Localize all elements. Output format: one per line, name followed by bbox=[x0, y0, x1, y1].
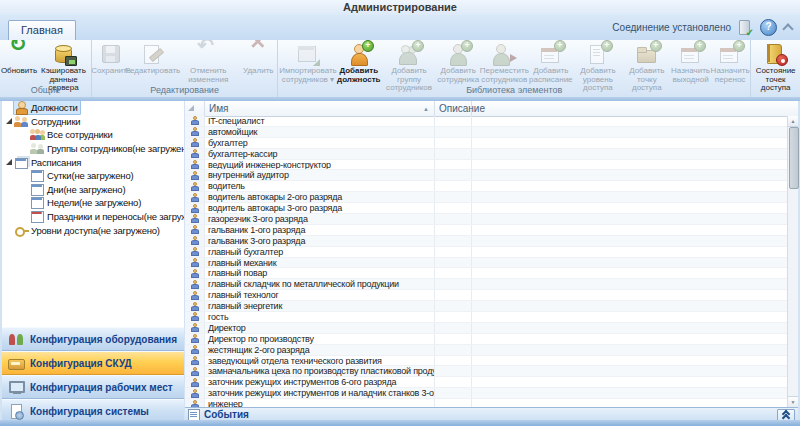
tree-item[interactable]: Праздники и переносы(не загружено) bbox=[2, 210, 184, 224]
assign-transfer-button[interactable]: Назначить перенос bbox=[711, 40, 749, 85]
save-button[interactable]: Сохранить bbox=[93, 40, 129, 85]
cell-name: гость bbox=[205, 312, 435, 322]
table-row[interactable]: газорезчик 3-ого разряда bbox=[185, 214, 787, 225]
scroll-up-icon[interactable]: ▲ bbox=[788, 116, 798, 127]
expander-icon[interactable] bbox=[21, 199, 29, 207]
add-position-button[interactable]: Добавить должность bbox=[337, 40, 381, 85]
refresh-button[interactable]: Обновить bbox=[1, 40, 37, 85]
tree-item[interactable]: Уровни доступа(не загружено) bbox=[2, 223, 184, 237]
tree-item[interactable]: Недели(не загружено) bbox=[2, 196, 184, 210]
table-row[interactable]: IT-специалист bbox=[185, 116, 787, 127]
table-row[interactable]: Директор по производству bbox=[185, 334, 787, 345]
table-row[interactable]: главный технолог bbox=[185, 290, 787, 301]
position-row-icon bbox=[191, 291, 199, 300]
table-row[interactable]: главный повар bbox=[185, 268, 787, 279]
table-row[interactable]: автомойщик bbox=[185, 127, 787, 138]
table-row[interactable]: водитель bbox=[185, 181, 787, 192]
table-row[interactable]: замначальника цеха по производству пласт… bbox=[185, 366, 787, 377]
table-row[interactable]: водитель автокары 3-ого разряда bbox=[185, 203, 787, 214]
table-row[interactable]: Директор bbox=[185, 323, 787, 334]
expander-icon[interactable] bbox=[5, 158, 13, 166]
nav-skud-config[interactable]: Конфигурация СКУД bbox=[2, 351, 184, 375]
access-points-state-button[interactable]: Состояние точек доступа bbox=[752, 40, 799, 85]
tree-item[interactable]: Сотрудники bbox=[2, 115, 184, 129]
tree-item[interactable]: Все сотрудники bbox=[2, 128, 184, 142]
table-row[interactable]: гальваник 3-ого разряда bbox=[185, 236, 787, 247]
position-row-icon bbox=[191, 182, 199, 191]
scrollbar-thumb[interactable] bbox=[789, 127, 799, 189]
table-row[interactable]: главный энергетик bbox=[185, 301, 787, 312]
table-row[interactable]: внутренний аудитор bbox=[185, 170, 787, 181]
table-row[interactable]: водитель автокары 2-ого разряда bbox=[185, 192, 787, 203]
ribbon-group-label bbox=[752, 85, 799, 96]
column-header-name[interactable]: Имя ▲ bbox=[205, 101, 435, 116]
table-row[interactable]: гальваник 1-ого разряда bbox=[185, 225, 787, 236]
edit-button[interactable]: Редактировать bbox=[129, 40, 176, 85]
delete-button[interactable]: Удалить bbox=[240, 40, 276, 85]
position-row-icon bbox=[191, 116, 199, 125]
scroll-down-icon[interactable]: ▼ bbox=[788, 396, 798, 407]
expander-icon[interactable] bbox=[5, 226, 13, 234]
tree-item[interactable]: Сутки(не загружено) bbox=[2, 169, 184, 183]
tree-item[interactable]: Расписания bbox=[2, 155, 184, 169]
cell-name: заведующий отдела технического развития bbox=[205, 356, 435, 366]
ribbon-tabstrip: Главная Соединение установлено bbox=[0, 15, 800, 40]
tree-item[interactable]: Дни(не загружено) bbox=[2, 183, 184, 197]
table-row[interactable]: жестянщик 2-ого разряда bbox=[185, 345, 787, 356]
expander-icon[interactable] bbox=[21, 131, 29, 139]
cell-name: жестянщик 2-ого разряда bbox=[205, 345, 435, 355]
help-icon[interactable] bbox=[760, 19, 777, 36]
cell-name: инженер bbox=[205, 399, 435, 407]
cache-server-data-button[interactable]: Кэшировать данные сервера bbox=[37, 40, 90, 85]
tree-item[interactable]: Группы сотрудников(не загружено) bbox=[2, 142, 184, 156]
add-access-point-button[interactable]: Добавить точку доступа bbox=[624, 40, 670, 85]
add-employee-group-button[interactable]: Добавить группу сотрудников bbox=[381, 40, 437, 85]
cell-description bbox=[435, 258, 472, 268]
add-employee-button[interactable]: Добавить сотрудника bbox=[437, 40, 479, 85]
table-row[interactable]: бухгалтер-кассир bbox=[185, 149, 787, 160]
expander-icon[interactable] bbox=[21, 213, 29, 221]
expander-icon[interactable] bbox=[5, 104, 13, 112]
expander-icon[interactable] bbox=[21, 145, 29, 153]
column-header-description[interactable]: Описание bbox=[435, 101, 472, 116]
cell-name: бухгалтер-кассир bbox=[205, 149, 435, 159]
table-row[interactable]: главный механик bbox=[185, 258, 787, 269]
table-row[interactable]: ведущий инженер-конструктор bbox=[185, 160, 787, 171]
collapse-ribbon-icon[interactable] bbox=[782, 23, 793, 34]
cell-name: газорезчик 3-ого разряда bbox=[205, 214, 435, 224]
nav-workstations-config[interactable]: Конфигурация рабочих мест bbox=[2, 375, 184, 399]
administration-window: Администрирование Главная Соединение уст… bbox=[0, 0, 800, 426]
nav-hardware-config[interactable]: Конфигурация оборудования bbox=[2, 327, 184, 351]
table-row[interactable]: заведующий отдела технического развития bbox=[185, 356, 787, 367]
table-row[interactable]: заточник режущих инструментов и наладчик… bbox=[185, 388, 787, 399]
table-row[interactable]: заточник режущих инструментов 6-ого разр… bbox=[185, 377, 787, 388]
table-row[interactable]: главный складчик по металлической продук… bbox=[185, 279, 787, 290]
add-access-level-button[interactable]: Добавить уровень доступа bbox=[572, 40, 623, 85]
double-chevron-up-icon bbox=[781, 410, 791, 420]
cell-name: главный механик bbox=[205, 258, 435, 268]
window-title: Администрирование bbox=[343, 1, 457, 13]
table-row[interactable]: бухгалтер bbox=[185, 138, 787, 149]
expander-icon[interactable] bbox=[5, 117, 13, 125]
position-row-icon bbox=[191, 258, 199, 267]
tab-glavnaya[interactable]: Главная bbox=[8, 20, 76, 40]
assign-dayoff-button[interactable]: Назначить выходной bbox=[670, 40, 711, 85]
table-row[interactable]: инженер bbox=[185, 399, 787, 407]
assign-dayoff-icon bbox=[678, 42, 704, 66]
add-schedule-button[interactable]: Добавить расписание bbox=[529, 40, 572, 85]
table-row[interactable]: гость bbox=[185, 312, 787, 323]
vertical-scrollbar[interactable]: ▲ ▼ bbox=[787, 116, 798, 407]
cell-description bbox=[435, 279, 472, 289]
cell-name: Директор по производству bbox=[205, 334, 435, 344]
expander-icon[interactable] bbox=[21, 185, 29, 193]
position-row-icon bbox=[191, 225, 199, 234]
events-bar[interactable]: События bbox=[185, 407, 798, 421]
position-row-icon bbox=[191, 356, 199, 365]
import-employees-button[interactable]: Импортировать сотрудников ▾ bbox=[279, 40, 336, 85]
undo-changes-button[interactable]: Отменить изменения bbox=[176, 40, 240, 85]
tree-item[interactable]: Должности bbox=[2, 101, 184, 115]
table-row[interactable]: главный бухгалтер bbox=[185, 247, 787, 258]
expander-icon[interactable] bbox=[21, 172, 29, 180]
move-employees-button[interactable]: Переместить сотрудников bbox=[479, 40, 529, 85]
cell-name: главный повар bbox=[205, 268, 435, 278]
